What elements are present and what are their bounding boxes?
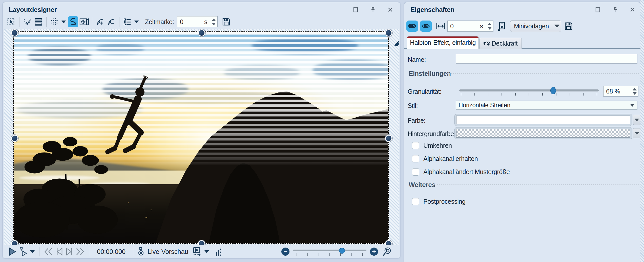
tab-deckkraft[interactable]: Deckkraft	[479, 38, 522, 49]
alphakanal-mustergroesse-checkbox[interactable]	[412, 168, 419, 176]
list-dropdown-caret[interactable]	[134, 21, 139, 23]
background-color-swatch	[456, 129, 630, 138]
style-value: Horizontale Streifen	[459, 102, 510, 109]
alphakanal-erhalten-checkbox[interactable]	[412, 155, 419, 162]
layout-canvas[interactable]	[4, 29, 399, 245]
minivorlagen-dropdown[interactable]: Minivorlagen	[510, 20, 561, 32]
color-swatch	[456, 116, 630, 124]
app-window: Layoutdesigner	[0, 0, 644, 262]
selected-image-object[interactable]	[14, 32, 388, 243]
resize-handle-bottom-right[interactable]	[385, 240, 392, 245]
layers-tool-button[interactable]	[33, 16, 44, 27]
checkbox-row-postprocessing[interactable]: Postprocessing	[412, 198, 466, 205]
settings-section-header: Einstellungen	[409, 70, 451, 78]
maximize-icon[interactable]	[595, 6, 601, 13]
close-icon[interactable]	[387, 6, 393, 13]
tab-halbton-effekt[interactable]: Halbton-Effekt, einfarbig	[407, 36, 479, 49]
more-section-header: Weiteres	[409, 181, 435, 189]
photo-preview	[14, 32, 388, 243]
background-color-dropdown-button[interactable]	[633, 128, 641, 138]
layout-toolbar: Zeitmarke: 0 s	[6, 15, 232, 29]
resize-handle-middle-right[interactable]	[385, 135, 392, 142]
opacity-curve-icon	[484, 40, 490, 46]
live-preview-marker-icon[interactable]	[138, 247, 144, 256]
pin-icon[interactable]	[370, 6, 376, 13]
maximize-icon[interactable]	[352, 6, 359, 13]
previous-frame-button[interactable]	[55, 248, 63, 256]
close-icon[interactable]	[629, 6, 636, 13]
duration-icon	[436, 22, 445, 30]
keyframe-list-button[interactable]	[122, 16, 132, 27]
properties-panel: Eigenschaften	[404, 2, 641, 262]
chevron-down-icon	[635, 132, 639, 135]
alphakanal-erhalten-label: Alphakanal erhalten	[423, 155, 478, 162]
preview-window-button[interactable]	[192, 247, 202, 257]
checkbox-row-alphakanal-mustergroesse[interactable]: Alphakanal ändert Mustergröße	[412, 168, 510, 176]
zeitmarke-spinner[interactable]	[212, 16, 216, 27]
properties-toolbar: 0 s Minivorlagen	[406, 21, 575, 32]
color-dropdown-button[interactable]	[633, 115, 641, 125]
zoom-in-button[interactable]: +	[370, 248, 378, 256]
canvas-zoom-slider[interactable]	[293, 247, 366, 257]
play-from-marker-button[interactable]	[19, 247, 27, 256]
resize-handle-top-left[interactable]	[11, 29, 18, 36]
remove-keyframe-button[interactable]	[106, 16, 116, 27]
postprocessing-label: Postprocessing	[423, 198, 466, 205]
save-template-button[interactable]	[564, 22, 573, 30]
zoom-out-button[interactable]: −	[281, 248, 289, 256]
granularity-value-spinbox[interactable]: 68 %	[603, 86, 638, 97]
granularity-slider[interactable]	[459, 86, 599, 97]
play-button[interactable]	[9, 247, 16, 256]
statistics-button[interactable]	[215, 247, 223, 257]
properties-title: Eigenschaften	[410, 6, 454, 14]
canvas-zoom-slider-thumb[interactable]	[339, 248, 345, 254]
background-color-picker-button[interactable]	[454, 127, 632, 139]
zeitmarke-input[interactable]: 0 s	[177, 16, 218, 27]
object-visible-toggle-button[interactable]	[420, 21, 432, 32]
granularity-spinner[interactable]	[633, 86, 637, 96]
chevron-down-icon	[630, 104, 635, 107]
umkehren-checkbox[interactable]	[412, 142, 419, 149]
checkbox-row-alphakanal-erhalten[interactable]: Alphakanal erhalten	[412, 155, 478, 162]
preview-options-caret[interactable]	[204, 250, 209, 253]
live-preview-label: Live-Vorschau	[148, 248, 188, 256]
umkehren-label: Umkehren	[423, 142, 452, 149]
color-picker-button[interactable]	[454, 114, 632, 126]
postprocessing-checkbox[interactable]	[412, 198, 419, 205]
smooth-curve-tool-button[interactable]	[68, 16, 78, 27]
select-tool-button[interactable]	[6, 16, 16, 27]
background-color-label: Hintergrundfarbe:	[408, 130, 455, 138]
granularity-slider-thumb[interactable]	[550, 87, 556, 94]
style-select[interactable]: Horizontale Streifen	[456, 101, 637, 110]
zeitmarke-value[interactable]: 0	[180, 18, 204, 26]
script-icon[interactable]	[497, 21, 506, 31]
camera-pan-tool-button[interactable]	[79, 16, 89, 27]
duration-value[interactable]: 0	[450, 23, 480, 30]
add-keyframe-button[interactable]	[95, 16, 105, 27]
duration-spinner[interactable]	[488, 21, 492, 31]
next-frame-button[interactable]	[66, 248, 73, 256]
name-input[interactable]	[456, 54, 637, 64]
skip-forward-button[interactable]	[76, 248, 85, 256]
pin-icon[interactable]	[612, 6, 618, 13]
style-label: Stil:	[408, 102, 418, 109]
docking-edge-strip	[640, 0, 644, 262]
checkbox-row-umkehren[interactable]: Umkehren	[412, 142, 452, 149]
save-layout-button[interactable]	[221, 16, 231, 27]
grid-dropdown-caret[interactable]	[61, 21, 66, 23]
resize-handle-top-center[interactable]	[198, 29, 205, 36]
tab-label: Deckkraft	[492, 40, 518, 47]
granularity-label: Granularität:	[408, 88, 442, 95]
zoom-fit-button[interactable]	[382, 247, 392, 257]
resize-handle-middle-left[interactable]	[11, 135, 18, 142]
duration-input[interactable]: 0 s	[447, 21, 493, 32]
object-active-toggle-button[interactable]	[406, 21, 418, 32]
resize-handle-top-right[interactable]	[385, 29, 392, 36]
curve-tool-button[interactable]	[22, 16, 32, 27]
skip-backward-button[interactable]	[44, 248, 53, 256]
playhead-time: 00:00.000	[97, 248, 126, 256]
grid-tool-button[interactable]	[49, 16, 59, 27]
zeitmarke-unit: s	[204, 18, 207, 26]
chevron-down-icon	[635, 119, 639, 121]
play-options-caret[interactable]	[30, 250, 35, 253]
